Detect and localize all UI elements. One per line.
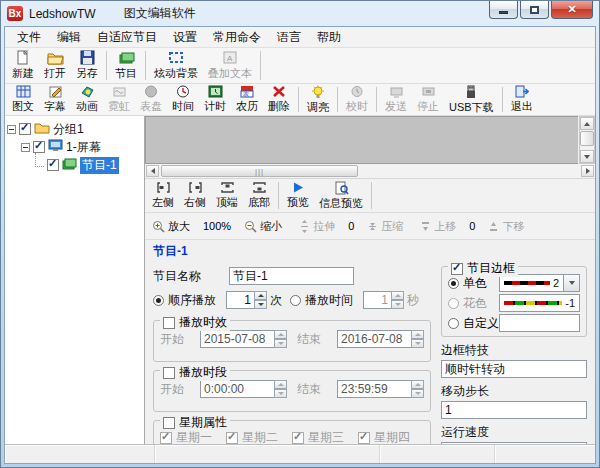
valid-dates-group: 播放时效 开始 2015-07-08 结束 xyxy=(153,320,431,362)
run-speed-label: 运行速度 xyxy=(441,424,587,441)
tree-connector xyxy=(35,153,44,167)
time-clock-icon xyxy=(174,85,192,98)
tree-item-screen[interactable]: 1-屏幕 xyxy=(7,138,142,156)
program-name-input[interactable]: 节目-1 xyxy=(229,267,354,285)
play-time-radio[interactable] xyxy=(290,295,301,306)
horizontal-scroll-thumb[interactable]: ||| xyxy=(161,165,358,177)
neon-button: 霓虹 xyxy=(103,85,135,114)
program-icon xyxy=(62,158,77,173)
dazzle-background-button[interactable]: 炫动背景 xyxy=(149,49,203,82)
form-right-column: 节目边框 单色 2 xyxy=(441,264,587,444)
close-button[interactable]: ✕ xyxy=(551,1,593,19)
tree-item-label[interactable]: 分组1 xyxy=(53,121,84,138)
usb-download-button[interactable]: USB下载 xyxy=(444,85,499,114)
border-effect-input[interactable]: 顺时针转动 xyxy=(441,360,587,378)
align-left-icon xyxy=(154,181,172,194)
form-title: 节目-1 xyxy=(153,243,587,260)
play-order-radio[interactable] xyxy=(153,295,164,306)
menu-common-commands[interactable]: 常用命令 xyxy=(205,26,269,49)
zoom-out-button[interactable]: 缩小 xyxy=(239,217,287,235)
tree-item-program[interactable]: 节目-1 xyxy=(7,156,142,174)
single-color-radio[interactable] xyxy=(448,278,459,289)
form-left-column: 节目名称 节目-1 顺序播放 1 次 xyxy=(153,264,431,444)
weekday-checkbox[interactable] xyxy=(163,417,175,429)
menu-adaptive-program[interactable]: 自适应节目 xyxy=(89,26,165,49)
brightness-bulb-icon xyxy=(309,85,327,99)
align-right-icon xyxy=(186,181,204,194)
flower-color-field: -1 xyxy=(499,294,580,312)
menu-file[interactable]: 文件 xyxy=(9,26,49,49)
zoom-in-icon xyxy=(152,218,165,234)
vertical-scrollbar[interactable] xyxy=(579,116,595,164)
chevron-down-icon[interactable] xyxy=(564,274,580,292)
app-window: Bx LedshowTW 图文编辑软件 ✕ 文件 编辑 自适应节目 设置 常用命… xyxy=(0,0,600,468)
info-preview-button[interactable]: 信息预览 xyxy=(314,180,368,211)
border-checkbox[interactable] xyxy=(451,263,463,275)
vertical-scroll-thumb[interactable] xyxy=(580,131,594,146)
graphic-text-button[interactable]: 图文 xyxy=(7,85,39,114)
move-step-input[interactable]: 1 xyxy=(441,401,587,419)
align-left-button[interactable]: 左侧 xyxy=(147,180,179,211)
collapse-icon[interactable] xyxy=(7,125,16,134)
horizontal-scrollbar[interactable]: ||| xyxy=(145,164,595,179)
weekday-group: 星期属性 星期一 星期二 星期三 星期四 星期五 星期六 星期日 xyxy=(153,420,431,444)
program-button[interactable]: 节目 xyxy=(110,49,142,82)
scroll-right-icon[interactable] xyxy=(581,165,594,177)
align-bottom-button[interactable]: 底部 xyxy=(243,180,275,211)
menu-edit[interactable]: 编辑 xyxy=(49,26,89,49)
minimize-button[interactable] xyxy=(489,1,518,19)
zoom-in-button[interactable]: 放大 xyxy=(147,217,195,235)
animation-button[interactable]: 动画 xyxy=(71,85,103,114)
collapse-icon[interactable] xyxy=(21,143,30,152)
timer-button[interactable]: 计时 xyxy=(199,85,231,114)
thursday-label: 星期四 xyxy=(374,429,410,444)
scroll-left-icon[interactable] xyxy=(146,165,159,177)
spinner-arrows[interactable] xyxy=(254,291,267,309)
custom-color-field[interactable] xyxy=(499,314,580,332)
lunar-button[interactable]: 农 农历 xyxy=(231,85,263,114)
align-bottom-icon xyxy=(250,181,268,194)
tree-item-group[interactable]: 分组1 xyxy=(7,120,142,138)
new-button[interactable]: 新建 xyxy=(7,49,39,82)
program-icon xyxy=(117,50,135,65)
menu-help[interactable]: 帮助 xyxy=(309,26,349,49)
time-button[interactable]: 时间 xyxy=(167,85,199,114)
custom-color-radio[interactable] xyxy=(448,318,459,329)
stretch-button: 拉伸 xyxy=(294,217,340,235)
delete-button[interactable]: 删除 xyxy=(263,85,295,114)
toolbar-separator xyxy=(371,182,372,209)
scroll-down-icon[interactable] xyxy=(580,150,594,163)
stretch-icon xyxy=(299,218,310,234)
menu-language[interactable]: 语言 xyxy=(269,26,309,49)
scroll-up-icon[interactable] xyxy=(580,117,594,130)
window-controls: ✕ xyxy=(487,1,593,19)
display-preview-canvas[interactable] xyxy=(145,116,578,164)
maximize-button[interactable] xyxy=(520,1,549,19)
new-file-icon xyxy=(14,50,32,65)
send-button: 发送 xyxy=(380,85,412,114)
custom-color-label: 自定义 xyxy=(463,315,499,332)
time-period-checkbox[interactable] xyxy=(163,367,175,379)
overlay-text-icon: A xyxy=(221,50,239,65)
menu-settings[interactable]: 设置 xyxy=(165,26,205,49)
compress-icon xyxy=(367,218,378,234)
tree-checkbox[interactable] xyxy=(19,123,31,135)
exit-button[interactable]: 退出 xyxy=(506,85,538,114)
tree-checkbox[interactable] xyxy=(47,159,59,171)
save-as-button[interactable]: 另存 xyxy=(71,49,103,82)
brightness-button[interactable]: 调亮 xyxy=(302,85,334,114)
open-button[interactable]: 打开 xyxy=(39,49,71,82)
tree-item-label-selected[interactable]: 节目-1 xyxy=(80,157,119,174)
valid-dates-checkbox[interactable] xyxy=(163,317,175,329)
preview-button[interactable]: 预览 xyxy=(282,180,314,211)
align-right-button[interactable]: 右侧 xyxy=(179,180,211,211)
file-toolbar: 新建 打开 另存 节目 炫动背景 A 叠加文本 xyxy=(5,48,595,84)
spinner-arrows xyxy=(274,380,287,398)
subtitle-button[interactable]: 字幕 xyxy=(39,85,71,114)
tree-checkbox[interactable] xyxy=(33,141,45,153)
align-top-button[interactable]: 顶端 xyxy=(211,180,243,211)
border-title: 节目边框 xyxy=(467,260,515,277)
play-order-stepper[interactable]: 1 xyxy=(226,291,267,309)
exit-icon xyxy=(513,85,531,98)
tree-item-label[interactable]: 1-屏幕 xyxy=(66,139,101,156)
